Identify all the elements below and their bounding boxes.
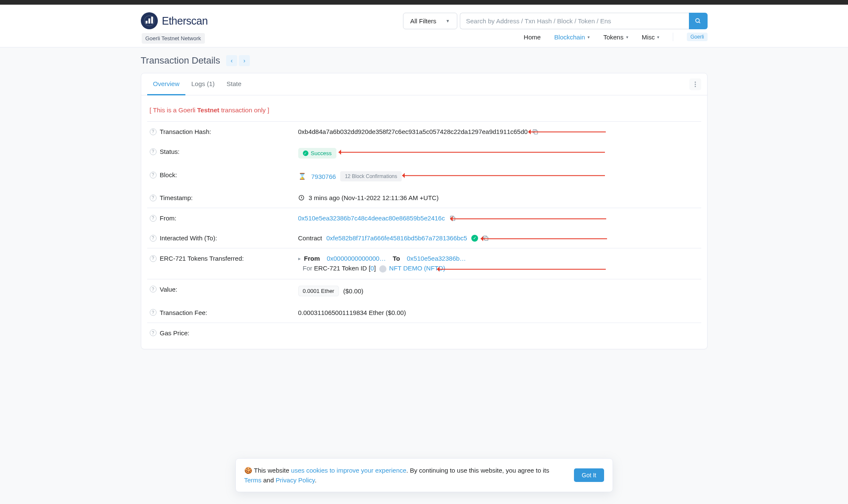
site-header: Etherscan All Filters ▼ Goerli Testnet N… xyxy=(0,5,848,47)
row-value: ?Value: 0.0001 Ether ($0.00) xyxy=(141,279,707,303)
chevron-down-icon: ▼ xyxy=(446,19,450,23)
caret-right-icon: ▸ xyxy=(298,256,301,262)
help-icon[interactable]: ? xyxy=(150,255,157,262)
help-icon[interactable]: ? xyxy=(150,235,157,242)
token-icon xyxy=(379,265,386,273)
kebab-icon xyxy=(694,81,696,87)
contract-prefix: Contract xyxy=(298,234,322,242)
copy-icon[interactable] xyxy=(449,215,456,222)
network-switcher[interactable]: Goerli xyxy=(687,33,707,41)
annotation-arrow xyxy=(339,152,610,153)
svg-line-2 xyxy=(699,22,700,23)
page-title: Transaction Details xyxy=(141,55,220,66)
from-address[interactable]: 0x510e5ea32386b7c48c4deeac80e86859b5e241… xyxy=(298,214,445,222)
chevron-down-icon: ▾ xyxy=(657,35,659,39)
prev-tx-button[interactable]: ‹ xyxy=(226,55,237,66)
clock-icon xyxy=(298,195,305,201)
search-filter-dropdown[interactable]: All Filters ▼ xyxy=(403,13,457,29)
browser-chrome-strip xyxy=(0,0,848,5)
nav-tokens[interactable]: Tokens ▾ xyxy=(603,33,628,41)
tx-nav-arrows: ‹ › xyxy=(226,55,250,66)
main-nav: Home Blockchain ▾ Tokens ▾ Misc ▾ Goerli xyxy=(524,33,708,47)
row-from: ?From: 0x510e5ea32386b7c48c4deeac80e8685… xyxy=(141,208,707,228)
search-button[interactable] xyxy=(689,13,708,29)
help-icon[interactable]: ? xyxy=(150,215,157,222)
copy-icon[interactable] xyxy=(532,128,539,135)
svg-point-5 xyxy=(694,86,696,87)
row-hash: ?Transaction Hash: 0xb4d84a7a6b032dd920d… xyxy=(141,122,707,142)
verified-icon: ✓ xyxy=(471,235,478,242)
tab-state[interactable]: State xyxy=(221,73,247,95)
hourglass-icon: ⌛ xyxy=(298,173,306,180)
tx-hash: 0xb4d84a7a6b032dd920de358f27c6ec931a5c05… xyxy=(298,128,528,135)
copy-icon[interactable] xyxy=(482,235,489,242)
help-icon[interactable]: ? xyxy=(150,148,157,155)
row-gas: ?Gas Price: xyxy=(141,323,707,343)
nav-home[interactable]: Home xyxy=(524,33,541,41)
row-timestamp: ?Timestamp: 3 mins ago (Nov-11-2022 12:1… xyxy=(141,188,707,208)
chevron-down-icon: ▾ xyxy=(588,35,590,39)
token-name-link[interactable]: NFT DEMO (NFTD) xyxy=(389,265,445,272)
value-badge: 0.0001 Ether xyxy=(298,286,339,296)
logo-icon xyxy=(141,12,158,29)
timestamp-text: 3 mins ago (Nov-11-2022 12:11:36 AM +UTC… xyxy=(309,194,439,201)
help-icon[interactable]: ? xyxy=(150,195,157,201)
card-tabs: Overview Logs (1) State xyxy=(141,73,707,95)
token-id-link[interactable]: 0 xyxy=(370,265,374,272)
row-erc721: ?ERC-721 Tokens Transferred: ▸ From 0x00… xyxy=(141,248,707,279)
chevron-down-icon: ▾ xyxy=(626,35,628,39)
nav-blockchain[interactable]: Blockchain ▾ xyxy=(554,33,590,41)
erc721-to[interactable]: 0x510e5ea32386b… xyxy=(407,255,466,262)
search-input[interactable] xyxy=(460,13,689,29)
tx-card: Overview Logs (1) State [ This is a Goer… xyxy=(141,73,708,349)
help-icon[interactable]: ? xyxy=(150,286,157,292)
tab-more-menu[interactable] xyxy=(689,78,701,90)
search-bar: All Filters ▼ xyxy=(403,13,708,29)
annotation-arrow xyxy=(437,269,611,270)
network-badge: Goerli Testnet Network xyxy=(142,33,205,44)
filter-label: All Filters xyxy=(410,17,437,25)
svg-rect-6 xyxy=(534,131,537,134)
svg-rect-8 xyxy=(451,217,455,220)
help-icon[interactable]: ? xyxy=(150,329,157,336)
page-content: Transaction Details ‹ › Overview Logs (1… xyxy=(132,47,717,366)
row-block: ?Block: ⌛ 7930766 12 Block Confirmations xyxy=(141,165,707,188)
status-badge: ✓Success xyxy=(298,148,336,159)
value-usd: ($0.00) xyxy=(343,287,364,295)
confirmations-badge: 12 Block Confirmations xyxy=(340,171,402,181)
help-icon[interactable]: ? xyxy=(150,309,157,316)
row-to: ?Interacted With (To): Contract 0xfe582b… xyxy=(141,228,707,248)
check-icon: ✓ xyxy=(303,150,308,156)
row-status: ?Status: ✓Success xyxy=(141,142,707,165)
brand-text: Etherscan xyxy=(162,15,208,27)
row-fee: ?Transaction Fee: 0.000311065001119834 E… xyxy=(141,303,707,323)
to-address[interactable]: 0xfe582b8f71f7a666fe45816bd5b67a7281366b… xyxy=(326,234,467,242)
logo[interactable]: Etherscan xyxy=(141,12,208,29)
svg-point-1 xyxy=(696,18,700,22)
testnet-warning: [ This is a Goerli Testnet transaction o… xyxy=(141,101,707,121)
help-icon[interactable]: ? xyxy=(150,128,157,135)
svg-point-4 xyxy=(694,84,696,85)
tab-overview[interactable]: Overview xyxy=(147,73,186,95)
help-icon[interactable]: ? xyxy=(150,172,157,178)
svg-rect-9 xyxy=(485,237,488,240)
erc721-from[interactable]: 0x0000000000000… xyxy=(327,255,386,262)
search-icon xyxy=(695,18,701,24)
nav-separator xyxy=(673,33,673,41)
annotation-arrow xyxy=(450,218,611,219)
next-tx-button[interactable]: › xyxy=(239,55,250,66)
fee-text: 0.000311065001119834 Ether ($0.00) xyxy=(298,309,406,316)
block-link[interactable]: 7930766 xyxy=(311,173,336,180)
nav-misc[interactable]: Misc ▾ xyxy=(642,33,660,41)
svg-point-3 xyxy=(694,81,696,83)
annotation-arrow xyxy=(481,238,612,239)
annotation-arrow xyxy=(528,131,611,132)
tab-logs[interactable]: Logs (1) xyxy=(185,73,221,95)
annotation-arrow xyxy=(402,175,610,176)
